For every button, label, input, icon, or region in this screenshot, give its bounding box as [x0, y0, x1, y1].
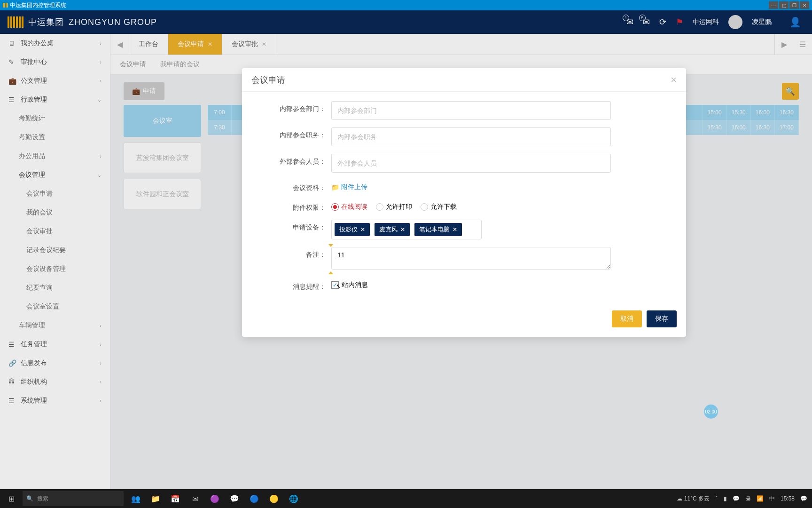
remark-label: 备注：	[256, 247, 331, 259]
material-label: 会议资料：	[256, 180, 331, 192]
cancel-button[interactable]: 取消	[612, 310, 642, 327]
window-title: 中运集团内控管理系统	[10, 1, 66, 9]
modal-close-button[interactable]: ×	[671, 74, 677, 86]
tray-icon[interactable]: ▮	[724, 495, 727, 502]
minimize-button[interactable]: —	[769, 1, 778, 9]
window-titlebar: 中运集团内控管理系统 — ▢ ❐ ✕	[0, 0, 812, 10]
ext-input[interactable]	[331, 154, 611, 173]
taskbar-chrome-icon[interactable]: 🌐	[284, 489, 303, 508]
radio-icon	[421, 203, 428, 211]
duty-input[interactable]	[331, 127, 611, 146]
restore-button[interactable]: ❐	[789, 1, 799, 9]
taskbar-search[interactable]: 🔍搜索	[23, 491, 124, 506]
tag-mic: 麦克风✕	[375, 223, 410, 236]
radio-icon	[331, 203, 339, 211]
ime-indicator[interactable]: 中	[769, 495, 775, 503]
titlebar-logo-icon	[3, 3, 8, 8]
notification-center-icon[interactable]: 💬	[800, 495, 807, 502]
taskbar-explorer-icon[interactable]: 📁	[146, 489, 165, 508]
attach-upload-link[interactable]: 📁附件上传	[331, 180, 611, 191]
clock[interactable]: 15:58	[781, 495, 795, 502]
perm-label: 附件权限：	[256, 200, 331, 212]
device-tags[interactable]: 投影仪✕ 麦克风✕ 笔记本电脑✕	[331, 220, 482, 239]
taskbar-calendar-icon[interactable]: 📅	[166, 489, 185, 508]
tray-wechat-icon[interactable]: 💬	[733, 495, 740, 502]
tag-laptop: 笔记本电脑✕	[414, 223, 462, 236]
taskbar-people-icon[interactable]: 👥	[126, 489, 145, 508]
device-label: 申请设备：	[256, 220, 331, 232]
tag-remove-icon[interactable]: ✕	[360, 226, 365, 233]
radio-online[interactable]: 在线阅读	[331, 203, 367, 211]
meeting-apply-modal: 会议申请 × 内部参会部门： 内部参会职务： 外部参会人员： 会议资料： 📁附件…	[242, 68, 686, 337]
save-button[interactable]: 保存	[647, 310, 677, 327]
dept-input[interactable]	[331, 101, 611, 120]
taskbar-app3-icon[interactable]: 🟡	[265, 489, 283, 508]
taskbar-app1-icon[interactable]: 🟣	[205, 489, 224, 508]
tag-remove-icon[interactable]: ✕	[400, 226, 405, 233]
tag-projector: 投影仪✕	[335, 223, 370, 236]
radio-download[interactable]: 允许下载	[421, 203, 457, 211]
triangle-marker-icon	[328, 271, 333, 274]
tray-wifi-icon[interactable]: 📶	[757, 495, 764, 502]
ext-label: 外部参会人员：	[256, 154, 331, 166]
folder-icon: 📁	[331, 183, 339, 191]
tag-remove-icon[interactable]: ✕	[453, 226, 457, 233]
close-window-button[interactable]: ✕	[800, 1, 809, 9]
notice-check-label: 站内消息	[342, 281, 368, 289]
taskbar: ⊞ 🔍搜索 👥 📁 📅 ✉ 🟣 💬 🔵 🟡 🌐 ☁ 11°C 多云 ˄ ▮ 💬 …	[0, 489, 812, 508]
taskbar-wechat-icon[interactable]: 💬	[225, 489, 244, 508]
cursor-icon: ↖	[336, 283, 341, 290]
tray-printer-icon[interactable]: 🖶	[745, 495, 751, 502]
radio-print[interactable]: 允许打印	[376, 203, 412, 211]
duty-label: 内部参会职务：	[256, 127, 331, 140]
dept-label: 内部参会部门：	[256, 101, 331, 113]
tray-chevron-icon[interactable]: ˄	[715, 495, 718, 502]
modal-title: 会议申请	[251, 74, 285, 86]
weather-widget[interactable]: ☁ 11°C 多云	[677, 495, 710, 503]
taskbar-app2-icon[interactable]: 🔵	[245, 489, 264, 508]
remark-textarea[interactable]	[331, 247, 611, 270]
maximize-button[interactable]: ▢	[779, 1, 789, 9]
notice-label: 消息提醒：	[256, 279, 331, 291]
start-button[interactable]: ⊞	[0, 489, 23, 508]
taskbar-mail-icon[interactable]: ✉	[186, 489, 204, 508]
radio-icon	[376, 203, 383, 211]
timer-badge[interactable]: 02:00	[704, 405, 718, 419]
search-icon: 🔍	[26, 495, 33, 502]
